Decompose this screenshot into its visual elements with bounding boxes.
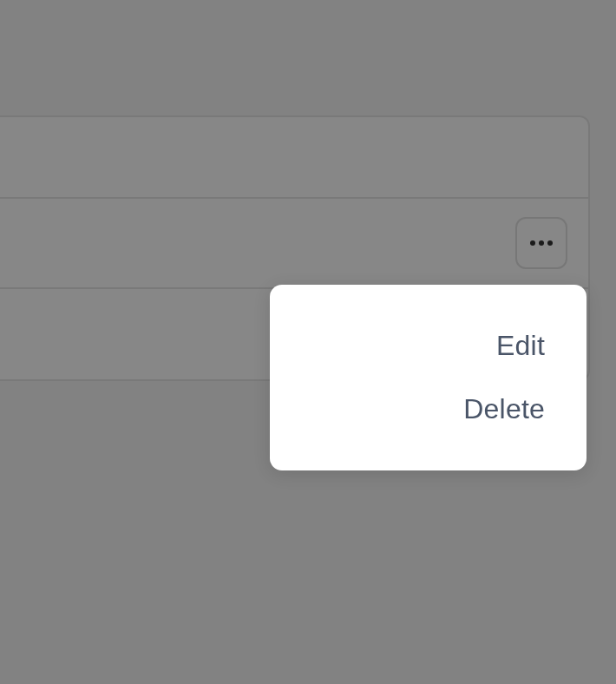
delete-menu-item[interactable]: Delete [311, 386, 545, 432]
edit-menu-item[interactable]: Edit [311, 323, 545, 369]
context-menu: Edit Delete [270, 285, 587, 470]
